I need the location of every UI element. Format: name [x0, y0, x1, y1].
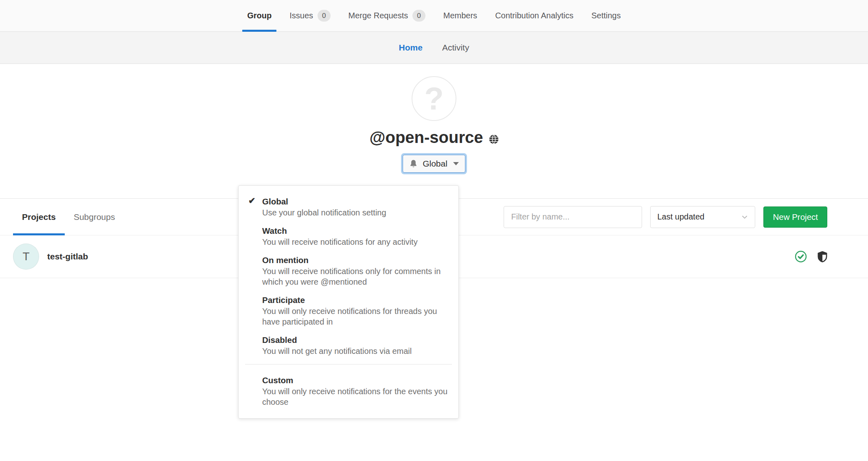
- subnav-label: Activity: [442, 43, 469, 52]
- menu-item-description: You will only receive notifications for …: [262, 386, 449, 407]
- menu-item-description: Use your global notification setting: [262, 207, 449, 218]
- group-header: ? @open-source Global: [0, 64, 868, 199]
- issues-count-badge: 0: [318, 10, 330, 22]
- tab-label: Subgroups: [74, 212, 115, 222]
- merge-requests-count-badge: 0: [412, 10, 425, 22]
- tab-label: Contribution Analytics: [495, 11, 573, 20]
- sort-selected-value: Last updated: [657, 212, 704, 222]
- group-avatar: ?: [412, 76, 456, 121]
- active-tab-indicator: [242, 30, 276, 32]
- filter-by-name-input[interactable]: [504, 206, 642, 228]
- group-avatar-placeholder: ?: [424, 80, 444, 117]
- menu-item-on-mention[interactable]: On mention You will receive notification…: [239, 251, 458, 291]
- new-project-button[interactable]: New Project: [763, 206, 827, 228]
- tab-members[interactable]: Members: [434, 0, 486, 31]
- tab-projects[interactable]: Projects: [13, 199, 65, 235]
- tab-settings[interactable]: Settings: [582, 0, 629, 31]
- menu-item-title: On mention: [262, 255, 449, 266]
- shield-half-icon: [818, 251, 827, 262]
- menu-item-disabled[interactable]: Disabled You will not get any notificati…: [239, 331, 458, 360]
- menu-item-title: Watch: [262, 225, 449, 236]
- bell-icon: [409, 159, 418, 169]
- menu-item-participate[interactable]: Participate You will only receive notifi…: [239, 291, 458, 331]
- menu-item-title: Global: [262, 196, 449, 207]
- menu-item-watch[interactable]: Watch You will receive notifications for…: [239, 222, 458, 251]
- project-avatar-letter: T: [22, 250, 29, 263]
- subnav-label: Home: [399, 43, 423, 52]
- menu-divider: [245, 364, 452, 364]
- tab-label: Members: [443, 11, 477, 20]
- tab-merge-requests[interactable]: Merge Requests 0: [340, 0, 434, 31]
- menu-item-title: Custom: [262, 375, 449, 386]
- tab-contribution-analytics[interactable]: Contribution Analytics: [486, 0, 582, 31]
- menu-item-description: You will only receive notifications for …: [262, 306, 449, 327]
- check-circle-icon: [795, 250, 807, 263]
- tab-issues[interactable]: Issues 0: [281, 0, 339, 31]
- tab-group[interactable]: Group: [238, 0, 281, 31]
- check-icon: ✔: [248, 196, 256, 206]
- subnav-item-activity[interactable]: Activity: [432, 43, 479, 53]
- menu-item-title: Disabled: [262, 334, 449, 345]
- group-name: @open-source: [0, 128, 868, 147]
- tab-label: Settings: [591, 11, 620, 20]
- earth-icon: [489, 134, 499, 144]
- menu-item-global[interactable]: ✔ Global Use your global notification se…: [239, 192, 458, 222]
- sort-dropdown[interactable]: Last updated: [650, 206, 755, 228]
- group-sub-nav: Home Activity: [0, 32, 868, 64]
- notification-setting-label: Global: [423, 159, 447, 169]
- menu-item-description: You will receive notifications for any a…: [262, 237, 449, 247]
- group-name-text: @open-source: [369, 128, 483, 147]
- tab-label: Issues: [289, 11, 313, 20]
- project-avatar: T: [13, 244, 39, 270]
- group-top-nav: Group Issues 0 Merge Requests 0 Members …: [0, 0, 868, 32]
- tab-label: Merge Requests: [349, 11, 408, 20]
- chevron-down-icon: [741, 213, 748, 221]
- menu-item-description: You will not get any notifications via e…: [262, 346, 449, 356]
- tab-subgroups[interactable]: Subgroups: [65, 199, 124, 235]
- active-tab-indicator: [13, 233, 65, 235]
- project-name-link[interactable]: test-gitlab: [47, 252, 88, 261]
- tab-label: Projects: [22, 212, 56, 222]
- tab-label: Group: [247, 11, 272, 20]
- notification-setting-button[interactable]: Global: [403, 155, 465, 173]
- menu-item-custom[interactable]: Custom You will only receive notificatio…: [239, 371, 458, 411]
- caret-down-icon: [453, 162, 459, 165]
- menu-item-title: Participate: [262, 294, 449, 305]
- notification-dropdown-menu: ✔ Global Use your global notification se…: [238, 185, 459, 419]
- menu-item-description: You will receive notifications only for …: [262, 266, 449, 287]
- subnav-item-home[interactable]: Home: [389, 43, 432, 53]
